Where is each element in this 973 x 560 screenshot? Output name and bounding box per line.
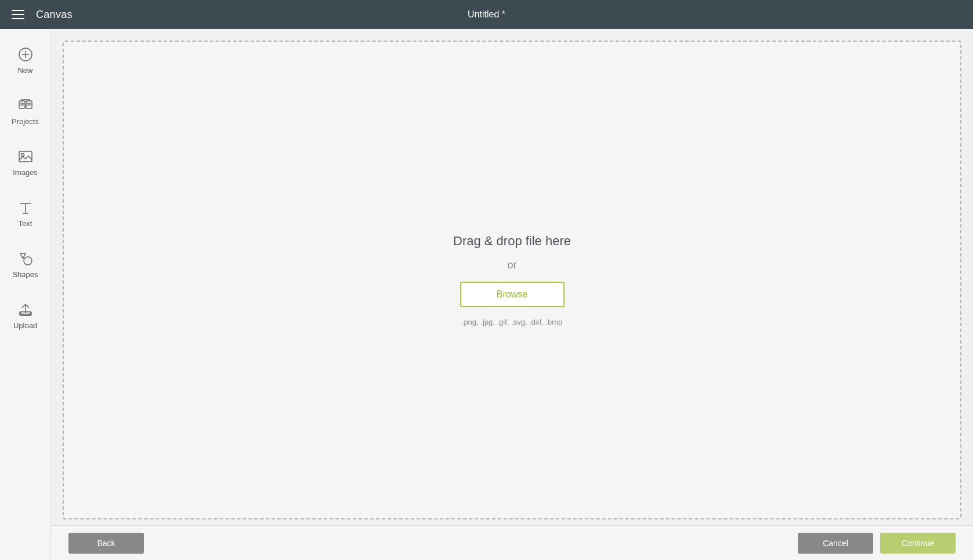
sidebar-label-projects: Projects xyxy=(12,117,39,126)
sidebar-item-text[interactable]: Text xyxy=(0,188,51,239)
text-icon xyxy=(17,199,34,216)
back-button[interactable]: Back xyxy=(68,533,144,554)
file-types-text: .png, .jpg, .gif, .svg, .dxf, .bmp xyxy=(462,318,562,326)
images-icon xyxy=(17,148,34,165)
sidebar-item-projects[interactable]: Projects xyxy=(0,86,51,137)
sidebar-item-upload[interactable]: Upload xyxy=(0,290,51,341)
projects-icon xyxy=(17,97,34,114)
sidebar-item-new[interactable]: New xyxy=(0,35,51,86)
header: Canvas Untitled * xyxy=(0,0,973,29)
plus-circle-icon xyxy=(17,46,34,63)
upload-icon xyxy=(17,301,34,318)
sidebar: New Projects Images xyxy=(0,29,51,560)
sidebar-label-images: Images xyxy=(13,168,38,177)
right-buttons: Cancel Continue xyxy=(798,533,956,554)
svg-point-14 xyxy=(24,257,32,265)
shapes-icon xyxy=(17,250,34,267)
cancel-button[interactable]: Cancel xyxy=(798,533,873,554)
sidebar-label-shapes: Shapes xyxy=(12,270,38,279)
sidebar-label-text: Text xyxy=(19,219,32,228)
svg-point-10 xyxy=(21,153,24,156)
main-layout: New Projects Images xyxy=(0,29,973,560)
canvas-area: Drag & drop file here or Browse .png, .j… xyxy=(51,29,973,525)
sidebar-label-upload: Upload xyxy=(13,321,37,330)
sidebar-label-new: New xyxy=(17,66,32,75)
sidebar-item-shapes[interactable]: Shapes xyxy=(0,239,51,290)
browse-button[interactable]: Browse xyxy=(460,282,565,307)
app-logo: Canvas xyxy=(36,9,73,21)
menu-icon[interactable] xyxy=(12,10,24,19)
bottom-bar: Back Cancel Continue xyxy=(51,525,973,560)
content-area: Drag & drop file here or Browse .png, .j… xyxy=(51,29,973,560)
svg-rect-9 xyxy=(19,151,32,162)
drag-drop-text: Drag & drop file here xyxy=(453,234,571,249)
drop-zone[interactable]: Drag & drop file here or Browse .png, .j… xyxy=(63,41,961,519)
continue-button[interactable]: Continue xyxy=(880,533,956,554)
sidebar-item-images[interactable]: Images xyxy=(0,137,51,188)
document-title: Untitled * xyxy=(468,9,505,20)
or-text: or xyxy=(507,259,516,271)
